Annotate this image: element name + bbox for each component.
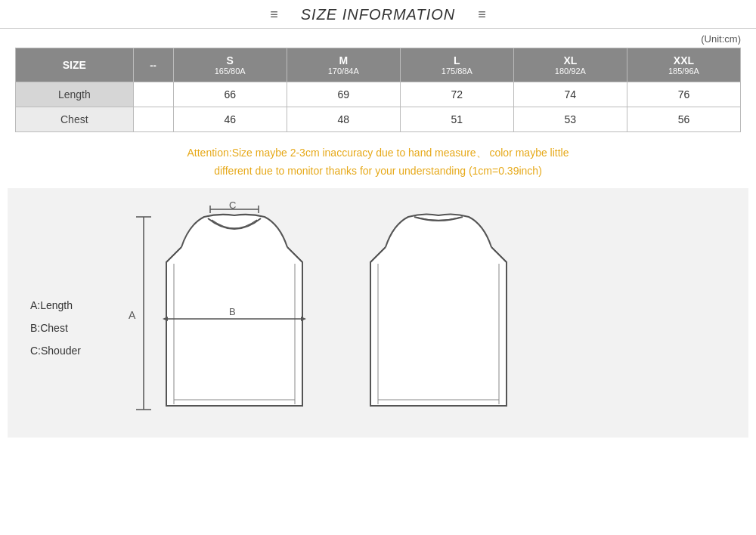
col-s: S165/80A	[173, 48, 287, 82]
svg-text:A: A	[129, 309, 136, 321]
page-title: SIZE INFORMATION	[301, 6, 456, 23]
svg-marker-12	[163, 317, 168, 321]
col-xl: XL180/92A	[513, 48, 627, 82]
table-header-row: SIZE -- S165/80A M170/84A L175/88A XL180…	[16, 48, 741, 82]
table-row: Chest 46 48 51 53 56	[16, 107, 741, 132]
menu-icon-left: ≡	[270, 7, 278, 23]
svg-marker-13	[301, 317, 306, 321]
col-size: SIZE	[16, 48, 134, 82]
row-chest-xxl: 56	[627, 107, 740, 132]
shirt-front-container: A	[121, 202, 318, 424]
row-length-dash	[133, 82, 173, 107]
row-label-length: Length	[16, 82, 134, 107]
row-length-xl: 74	[513, 82, 627, 107]
attention-line2: different due to monitor thanks for your…	[15, 162, 741, 181]
row-chest-dash	[133, 107, 173, 132]
row-length-xxl: 76	[627, 82, 740, 107]
diagram-section: A:Length B:Chest C:Shouder A	[8, 188, 748, 438]
a-arrow-svg: A	[121, 213, 159, 432]
row-chest-m: 48	[287, 107, 400, 132]
page-container: ≡ SIZE INFORMATION ≡ (Unit:cm) SIZE -- S…	[0, 0, 756, 535]
row-chest-s: 46	[173, 107, 287, 132]
menu-icon-right: ≡	[478, 7, 486, 23]
row-length-s: 66	[173, 82, 287, 107]
header: ≡ SIZE INFORMATION ≡	[0, 0, 756, 29]
svg-text:C: C	[229, 202, 236, 211]
row-length-l: 72	[400, 82, 513, 107]
label-a-length: A:Length	[30, 299, 121, 311]
labels-block: A:Length B:Chest C:Shouder	[23, 299, 121, 357]
col-l: L175/88A	[400, 48, 513, 82]
shirt-back-svg	[363, 202, 514, 421]
row-chest-l: 51	[400, 107, 513, 132]
diagrams-wrap: A	[121, 202, 733, 424]
label-c-shoulder: C:Shouder	[30, 345, 121, 357]
col-m: M170/84A	[287, 48, 400, 82]
size-table: SIZE -- S165/80A M170/84A L175/88A XL180…	[15, 48, 741, 132]
col-xxl: XXL185/96A	[627, 48, 740, 82]
attention-line1: Attention:Size maybe 2-3cm inaccuracy du…	[15, 144, 741, 162]
row-label-chest: Chest	[16, 107, 134, 132]
svg-text:B: B	[229, 306, 236, 317]
table-row: Length 66 69 72 74 76	[16, 82, 741, 107]
row-chest-xl: 53	[513, 107, 627, 132]
row-length-m: 69	[287, 82, 400, 107]
shirt-back-container	[363, 202, 514, 424]
attention-block: Attention:Size maybe 2-3cm inaccuracy du…	[0, 132, 756, 188]
unit-label: (Unit:cm)	[0, 29, 756, 48]
shirt-front-svg: C B	[159, 202, 310, 421]
label-b-chest: B:Chest	[30, 322, 121, 334]
col-dash: --	[133, 48, 173, 82]
size-table-wrap: SIZE -- S165/80A M170/84A L175/88A XL180…	[0, 48, 756, 132]
